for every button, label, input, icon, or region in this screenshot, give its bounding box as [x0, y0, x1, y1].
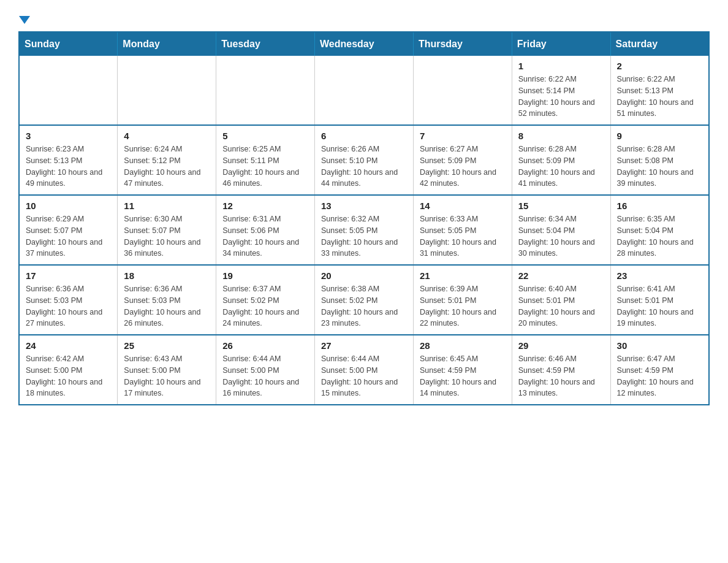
day-info: Sunrise: 6:44 AMSunset: 5:00 PMDaylight:…: [222, 353, 308, 399]
calendar-table: SundayMondayTuesdayWednesdayThursdayFrid…: [18, 31, 710, 405]
day-number: 17: [26, 270, 111, 281]
day-number: 20: [321, 270, 407, 281]
calendar-cell: 24Sunrise: 6:42 AMSunset: 5:00 PMDayligh…: [19, 335, 118, 405]
day-number: 21: [420, 270, 506, 281]
calendar-week-row: 3Sunrise: 6:23 AMSunset: 5:13 PMDaylight…: [19, 125, 709, 195]
day-info: Sunrise: 6:46 AMSunset: 4:59 PMDaylight:…: [518, 353, 604, 399]
day-number: 3: [26, 131, 111, 141]
calendar-cell: 12Sunrise: 6:31 AMSunset: 5:06 PMDayligh…: [216, 195, 315, 265]
calendar-week-row: 24Sunrise: 6:42 AMSunset: 5:00 PMDayligh…: [19, 335, 709, 405]
calendar-cell: 25Sunrise: 6:43 AMSunset: 5:00 PMDayligh…: [118, 335, 216, 405]
calendar-cell: 28Sunrise: 6:45 AMSunset: 4:59 PMDayligh…: [413, 335, 512, 405]
day-info: Sunrise: 6:36 AMSunset: 5:03 PMDaylight:…: [124, 283, 210, 329]
calendar-cell: 21Sunrise: 6:39 AMSunset: 5:01 PMDayligh…: [413, 265, 512, 335]
calendar-cell: [315, 56, 414, 125]
day-info: Sunrise: 6:28 AMSunset: 5:09 PMDaylight:…: [518, 144, 604, 190]
calendar-week-row: 10Sunrise: 6:29 AMSunset: 5:07 PMDayligh…: [19, 195, 709, 265]
day-number: 8: [518, 131, 604, 141]
day-info: Sunrise: 6:32 AMSunset: 5:05 PMDaylight:…: [321, 213, 407, 259]
weekday-header-saturday: Saturday: [610, 32, 709, 56]
day-info: Sunrise: 6:45 AMSunset: 4:59 PMDaylight:…: [420, 353, 506, 399]
day-info: Sunrise: 6:37 AMSunset: 5:02 PMDaylight:…: [222, 283, 308, 329]
day-number: 14: [420, 201, 506, 211]
day-number: 16: [617, 201, 702, 211]
day-info: Sunrise: 6:31 AMSunset: 5:06 PMDaylight:…: [222, 213, 308, 259]
weekday-header-thursday: Thursday: [413, 32, 512, 56]
day-number: 10: [26, 201, 111, 211]
calendar-cell: 10Sunrise: 6:29 AMSunset: 5:07 PMDayligh…: [19, 195, 118, 265]
day-number: 7: [420, 131, 506, 141]
day-info: Sunrise: 6:26 AMSunset: 5:10 PMDaylight:…: [321, 144, 407, 190]
calendar-cell: 18Sunrise: 6:36 AMSunset: 5:03 PMDayligh…: [118, 265, 216, 335]
day-info: Sunrise: 6:35 AMSunset: 5:04 PMDaylight:…: [617, 213, 702, 259]
day-info: Sunrise: 6:23 AMSunset: 5:13 PMDaylight:…: [26, 144, 111, 190]
weekday-header-monday: Monday: [118, 32, 216, 56]
day-info: Sunrise: 6:24 AMSunset: 5:12 PMDaylight:…: [124, 144, 210, 190]
calendar-week-row: 1Sunrise: 6:22 AMSunset: 5:14 PMDaylight…: [19, 56, 709, 125]
calendar-cell: 14Sunrise: 6:33 AMSunset: 5:05 PMDayligh…: [413, 195, 512, 265]
day-number: 9: [617, 131, 702, 141]
calendar-header-row: SundayMondayTuesdayWednesdayThursdayFrid…: [19, 32, 709, 56]
weekday-header-tuesday: Tuesday: [216, 32, 315, 56]
calendar-cell: 19Sunrise: 6:37 AMSunset: 5:02 PMDayligh…: [216, 265, 315, 335]
day-info: Sunrise: 6:33 AMSunset: 5:05 PMDaylight:…: [420, 213, 506, 259]
weekday-header-wednesday: Wednesday: [315, 32, 414, 56]
day-info: Sunrise: 6:25 AMSunset: 5:11 PMDaylight:…: [222, 144, 308, 190]
day-info: Sunrise: 6:40 AMSunset: 5:01 PMDaylight:…: [518, 283, 604, 329]
calendar-cell: 30Sunrise: 6:47 AMSunset: 4:59 PMDayligh…: [610, 335, 709, 405]
calendar-cell: [413, 56, 512, 125]
calendar-cell: 1Sunrise: 6:22 AMSunset: 5:14 PMDaylight…: [512, 56, 610, 125]
day-info: Sunrise: 6:29 AMSunset: 5:07 PMDaylight:…: [26, 213, 111, 259]
day-info: Sunrise: 6:43 AMSunset: 5:00 PMDaylight:…: [124, 353, 210, 399]
day-number: 11: [124, 201, 210, 211]
calendar-cell: 4Sunrise: 6:24 AMSunset: 5:12 PMDaylight…: [118, 125, 216, 195]
calendar-cell: 2Sunrise: 6:22 AMSunset: 5:13 PMDaylight…: [610, 56, 709, 125]
logo: [18, 12, 31, 19]
day-info: Sunrise: 6:47 AMSunset: 4:59 PMDaylight:…: [617, 353, 702, 399]
calendar-cell: 3Sunrise: 6:23 AMSunset: 5:13 PMDaylight…: [19, 125, 118, 195]
calendar-cell: 11Sunrise: 6:30 AMSunset: 5:07 PMDayligh…: [118, 195, 216, 265]
day-info: Sunrise: 6:42 AMSunset: 5:00 PMDaylight:…: [26, 353, 111, 399]
calendar-cell: 7Sunrise: 6:27 AMSunset: 5:09 PMDaylight…: [413, 125, 512, 195]
day-number: 5: [222, 131, 308, 141]
calendar-cell: 22Sunrise: 6:40 AMSunset: 5:01 PMDayligh…: [512, 265, 610, 335]
day-number: 15: [518, 201, 604, 211]
day-number: 18: [124, 270, 210, 281]
calendar-cell: 6Sunrise: 6:26 AMSunset: 5:10 PMDaylight…: [315, 125, 414, 195]
calendar-cell: 27Sunrise: 6:44 AMSunset: 5:00 PMDayligh…: [315, 335, 414, 405]
day-info: Sunrise: 6:27 AMSunset: 5:09 PMDaylight:…: [420, 144, 506, 190]
calendar-cell: 17Sunrise: 6:36 AMSunset: 5:03 PMDayligh…: [19, 265, 118, 335]
calendar-week-row: 17Sunrise: 6:36 AMSunset: 5:03 PMDayligh…: [19, 265, 709, 335]
day-number: 2: [617, 61, 702, 71]
day-number: 29: [518, 340, 604, 351]
calendar-cell: [118, 56, 216, 125]
day-number: 4: [124, 131, 210, 141]
day-info: Sunrise: 6:41 AMSunset: 5:01 PMDaylight:…: [617, 283, 702, 329]
day-number: 19: [222, 270, 308, 281]
day-number: 6: [321, 131, 407, 141]
calendar-cell: 23Sunrise: 6:41 AMSunset: 5:01 PMDayligh…: [610, 265, 709, 335]
day-number: 24: [26, 340, 111, 351]
day-number: 1: [518, 61, 604, 71]
weekday-header-friday: Friday: [512, 32, 610, 56]
day-number: 28: [420, 340, 506, 351]
day-info: Sunrise: 6:22 AMSunset: 5:14 PMDaylight:…: [518, 74, 604, 120]
day-number: 12: [222, 201, 308, 211]
calendar-cell: 29Sunrise: 6:46 AMSunset: 4:59 PMDayligh…: [512, 335, 610, 405]
day-info: Sunrise: 6:38 AMSunset: 5:02 PMDaylight:…: [321, 283, 407, 329]
day-number: 26: [222, 340, 308, 351]
day-info: Sunrise: 6:34 AMSunset: 5:04 PMDaylight:…: [518, 213, 604, 259]
day-info: Sunrise: 6:44 AMSunset: 5:00 PMDaylight:…: [321, 353, 407, 399]
day-number: 13: [321, 201, 407, 211]
day-info: Sunrise: 6:39 AMSunset: 5:01 PMDaylight:…: [420, 283, 506, 329]
calendar-cell: [216, 56, 315, 125]
day-info: Sunrise: 6:30 AMSunset: 5:07 PMDaylight:…: [124, 213, 210, 259]
calendar-cell: 5Sunrise: 6:25 AMSunset: 5:11 PMDaylight…: [216, 125, 315, 195]
logo-triangle-icon: [19, 16, 30, 24]
calendar-cell: 9Sunrise: 6:28 AMSunset: 5:08 PMDaylight…: [610, 125, 709, 195]
day-number: 23: [617, 270, 702, 281]
calendar-cell: 15Sunrise: 6:34 AMSunset: 5:04 PMDayligh…: [512, 195, 610, 265]
day-number: 27: [321, 340, 407, 351]
calendar-cell: 8Sunrise: 6:28 AMSunset: 5:09 PMDaylight…: [512, 125, 610, 195]
day-number: 30: [617, 340, 702, 351]
